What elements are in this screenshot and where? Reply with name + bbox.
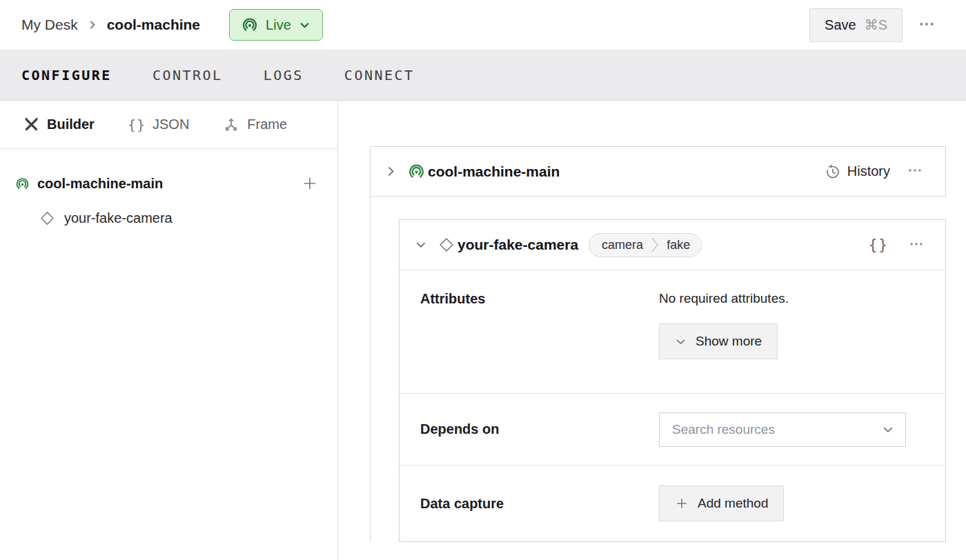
topbar-overflow-menu-button[interactable] bbox=[915, 12, 938, 38]
mode-tab-builder-label: Builder bbox=[47, 117, 95, 132]
tab-control[interactable]: CONTROL bbox=[152, 67, 223, 83]
history-button-label: History bbox=[847, 163, 890, 179]
depends-on-section: Depends on Search resources bbox=[400, 393, 945, 465]
depends-on-search-select[interactable]: Search resources bbox=[659, 412, 906, 447]
plus-icon bbox=[675, 497, 689, 510]
attributes-content: No required attributes. Show more bbox=[659, 291, 789, 393]
config-main-panel: cool-machine-main History your-fake-came… bbox=[338, 101, 966, 560]
ellipsis-icon bbox=[908, 236, 925, 252]
mode-tab-builder[interactable]: Builder bbox=[23, 116, 95, 133]
chevron-down-icon bbox=[882, 423, 894, 436]
depends-on-label: Depends on bbox=[420, 421, 659, 437]
save-shortcut-hint: ⌘S bbox=[865, 17, 887, 33]
config-sidebar: Builder {} JSON Frame bbox=[0, 101, 338, 560]
data-capture-label: Data capture bbox=[420, 496, 659, 512]
expand-chevron-right-icon[interactable] bbox=[384, 165, 397, 178]
plus-icon bbox=[302, 175, 318, 192]
attributes-label: Attributes bbox=[420, 291, 659, 393]
machine-part-card: cool-machine-main History bbox=[370, 146, 946, 197]
mode-tab-json[interactable]: {} JSON bbox=[128, 117, 189, 133]
add-method-label: Add method bbox=[698, 496, 768, 511]
main-nav-tabbar: CONFIGURE CONTROL LOGS CONNECT bbox=[0, 50, 966, 101]
page-content: Builder {} JSON Frame bbox=[0, 101, 966, 560]
machine-part-icon bbox=[15, 177, 30, 191]
tree-item-component-label: your-fake-camera bbox=[64, 210, 172, 226]
tree-item-machine-part[interactable]: cool-machine-main bbox=[15, 171, 319, 196]
ellipsis-icon bbox=[918, 15, 936, 33]
history-button[interactable]: History bbox=[825, 163, 890, 180]
machine-part-card-title: cool-machine-main bbox=[428, 163, 825, 180]
add-component-button[interactable] bbox=[300, 174, 319, 193]
top-bar: My Desk cool-machine Live Save ⌘S bbox=[0, 0, 966, 50]
breadcrumb-current: cool-machine bbox=[107, 17, 200, 33]
history-clock-icon bbox=[825, 163, 841, 180]
component-model: fake bbox=[667, 238, 690, 252]
machine-status-dropdown[interactable]: Live bbox=[229, 9, 323, 41]
tools-icon bbox=[23, 116, 40, 133]
show-more-label: Show more bbox=[696, 334, 762, 349]
axes-icon bbox=[222, 116, 240, 134]
attributes-section: Attributes No required attributes. Show … bbox=[400, 270, 945, 393]
save-button[interactable]: Save ⌘S bbox=[809, 8, 903, 42]
breadcrumb-parent-link[interactable]: My Desk bbox=[21, 17, 78, 33]
chevron-down-icon bbox=[675, 336, 687, 348]
tree-item-component[interactable]: your-fake-camera bbox=[15, 206, 319, 230]
breadcrumb: My Desk cool-machine bbox=[21, 17, 200, 33]
braces-icon: {} bbox=[128, 117, 146, 133]
collapse-chevron-down-icon[interactable] bbox=[415, 239, 427, 251]
mode-tab-frame-label: Frame bbox=[247, 117, 287, 132]
chevron-right-icon bbox=[87, 19, 98, 30]
mode-tab-json-label: JSON bbox=[152, 117, 189, 132]
machine-part-icon bbox=[408, 163, 425, 180]
resource-tree: cool-machine-main your-fake-camera bbox=[0, 149, 337, 230]
part-card-menu-button[interactable] bbox=[904, 159, 926, 183]
attributes-empty-text: No required attributes. bbox=[659, 291, 789, 306]
component-type-badge: camera fake bbox=[589, 233, 702, 257]
tab-configure[interactable]: CONFIGURE bbox=[21, 67, 112, 83]
sidebar-mode-tabs: Builder {} JSON Frame bbox=[0, 101, 337, 149]
tree-connector-line bbox=[370, 197, 371, 541]
component-type: camera bbox=[602, 238, 643, 252]
depends-on-placeholder: Search resources bbox=[672, 422, 882, 437]
tree-item-machine-part-label: cool-machine-main bbox=[37, 176, 293, 192]
live-status-label: Live bbox=[266, 17, 291, 33]
data-capture-section: Data capture Add method bbox=[400, 465, 945, 541]
component-diamond-icon bbox=[39, 210, 56, 227]
save-button-label: Save bbox=[825, 17, 856, 33]
tab-connect[interactable]: CONNECT bbox=[344, 67, 415, 83]
component-card-menu-button[interactable] bbox=[905, 233, 927, 257]
chevron-down-icon bbox=[299, 19, 310, 31]
component-card: your-fake-camera camera fake {} Attribut… bbox=[399, 219, 946, 542]
ellipsis-icon bbox=[907, 162, 923, 179]
component-card-title: your-fake-camera bbox=[457, 237, 578, 253]
component-diamond-icon bbox=[437, 236, 455, 254]
tab-logs[interactable]: LOGS bbox=[264, 67, 304, 83]
badge-divider-chevron-icon bbox=[651, 236, 659, 254]
edit-json-button[interactable]: {} bbox=[869, 237, 889, 253]
add-method-button[interactable]: Add method bbox=[659, 486, 784, 521]
mode-tab-frame[interactable]: Frame bbox=[222, 116, 287, 134]
show-more-button[interactable]: Show more bbox=[659, 323, 778, 359]
component-card-header: your-fake-camera camera fake {} bbox=[400, 220, 945, 270]
live-status-icon bbox=[241, 17, 258, 33]
